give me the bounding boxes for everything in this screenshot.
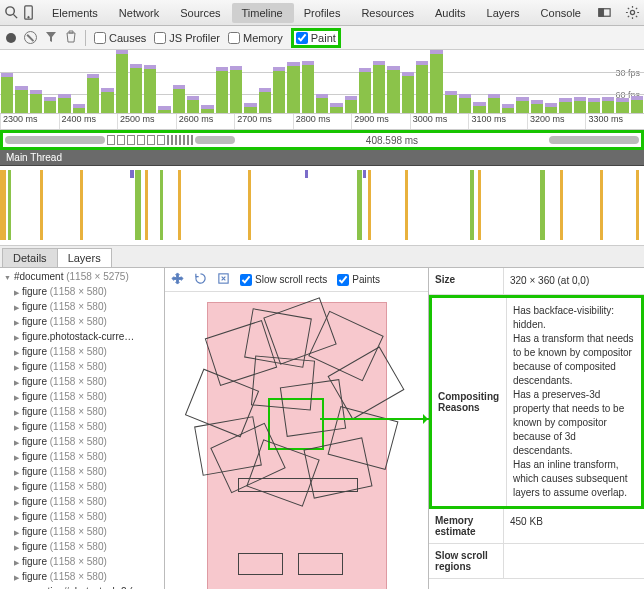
layer-properties: Size320 × 360 (at 0,0) Compositing Reaso… <box>429 268 644 589</box>
annotation-arrow <box>320 418 432 420</box>
svg-rect-5 <box>599 9 604 17</box>
tree-row[interactable]: figure (1158 × 580) <box>0 525 164 540</box>
reset-icon[interactable] <box>217 272 230 287</box>
tree-row[interactable]: figure (1158 × 580) <box>0 435 164 450</box>
tree-row[interactable]: figure (1158 × 580) <box>0 420 164 435</box>
subtab-details[interactable]: Details <box>2 248 58 267</box>
subtab-layers[interactable]: Layers <box>57 248 112 267</box>
layer-outline[interactable] <box>298 553 343 575</box>
tree-row[interactable]: #document (1158 × 5275) <box>0 270 164 285</box>
tree-row[interactable]: figure (1158 × 580) <box>0 405 164 420</box>
tree-row[interactable]: section#photostack-2 (… <box>0 585 164 589</box>
panel-tab-sources[interactable]: Sources <box>170 3 231 23</box>
panel-tabs: ElementsNetworkSourcesTimelineProfilesRe… <box>42 3 592 23</box>
time-ruler[interactable]: 2300 ms2400 ms2500 ms2600 ms2700 ms2800 … <box>0 114 644 130</box>
flame-chart[interactable] <box>0 166 644 246</box>
canvas-toolbar: Slow scroll rects Paints <box>165 268 428 292</box>
paints2-checkbox[interactable]: Paints <box>337 274 380 286</box>
drawer-icon[interactable] <box>594 2 616 24</box>
record-icon[interactable] <box>6 33 16 43</box>
search-icon[interactable] <box>4 2 19 24</box>
tree-row[interactable]: figure (1158 × 580) <box>0 285 164 300</box>
panel-tab-resources[interactable]: Resources <box>351 3 425 23</box>
tree-row[interactable]: figure (1158 × 580) <box>0 495 164 510</box>
prop-row-memory: Memory estimate450 KB <box>429 509 644 544</box>
causes-checkbox[interactable]: Causes <box>94 32 146 44</box>
rotate-icon[interactable] <box>194 272 207 287</box>
fps-chart[interactable]: 30 fps 60 fps <box>0 50 644 114</box>
timeline-option-bar: Causes JS Profiler Memory Paint <box>0 26 644 50</box>
panel-tab-network[interactable]: Network <box>109 3 170 23</box>
trash-icon[interactable] <box>65 30 77 45</box>
tree-row[interactable]: figure (1158 × 580) <box>0 570 164 585</box>
main-thread-header[interactable]: Main Thread <box>0 150 644 166</box>
overview-strip-highlight: 408.598 ms <box>0 130 644 150</box>
tree-row[interactable]: figure (1158 × 580) <box>0 300 164 315</box>
prop-row-slowscroll: Slow scroll regions <box>429 544 644 579</box>
overview-segment[interactable] <box>5 136 105 144</box>
layer-tree[interactable]: #document (1158 × 5275)figure (1158 × 58… <box>0 268 165 589</box>
tree-row[interactable]: figure (1158 × 580) <box>0 540 164 555</box>
separator <box>85 30 86 46</box>
prop-row-size: Size320 × 360 (at 0,0) <box>429 268 644 295</box>
tree-row[interactable]: figure (1158 × 580) <box>0 450 164 465</box>
prop-row-compositing-highlight: Compositing Reasons Has backface-visibil… <box>429 295 644 509</box>
svg-point-6 <box>631 10 635 14</box>
overview-segment[interactable] <box>195 136 235 144</box>
device-icon[interactable] <box>21 2 36 24</box>
layer-canvas[interactable] <box>165 292 428 589</box>
tree-row[interactable]: figure (1158 × 580) <box>0 390 164 405</box>
panel-tab-elements[interactable]: Elements <box>42 3 109 23</box>
tree-row[interactable]: figure.photostack-curre… <box>0 330 164 345</box>
overview-time-label: 408.598 ms <box>237 135 547 146</box>
layer-canvas-panel: Slow scroll rects Paints <box>165 268 429 589</box>
tree-row[interactable]: figure (1158 × 580) <box>0 510 164 525</box>
panel-tab-audits[interactable]: Audits <box>425 3 477 23</box>
overview-frames[interactable] <box>107 135 193 145</box>
filter-icon[interactable] <box>45 31 57 45</box>
clear-icon[interactable] <box>24 31 37 44</box>
tree-row[interactable]: figure (1158 × 580) <box>0 480 164 495</box>
gear-icon[interactable] <box>622 2 644 24</box>
layer-outline[interactable] <box>279 379 345 437</box>
tree-row[interactable]: figure (1158 × 580) <box>0 360 164 375</box>
devtools-main-toolbar: ElementsNetworkSourcesTimelineProfilesRe… <box>0 0 644 26</box>
paint-checkbox[interactable]: Paint <box>296 32 336 44</box>
overview-segment[interactable] <box>549 136 639 144</box>
tree-row[interactable]: figure (1158 × 580) <box>0 465 164 480</box>
pan-icon[interactable] <box>171 272 184 287</box>
jsprofiler-checkbox[interactable]: JS Profiler <box>154 32 220 44</box>
panel-tab-layers[interactable]: Layers <box>477 3 531 23</box>
tree-row[interactable]: figure (1158 × 580) <box>0 315 164 330</box>
overview-selection[interactable] <box>157 135 165 145</box>
svg-line-1 <box>13 14 17 18</box>
panel-tab-profiles[interactable]: Profiles <box>294 3 352 23</box>
svg-point-3 <box>28 16 30 18</box>
slowscroll-checkbox[interactable]: Slow scroll rects <box>240 274 327 286</box>
paint-checkbox-highlight: Paint <box>291 28 341 48</box>
svg-point-0 <box>6 7 14 15</box>
layer-outline[interactable] <box>238 553 283 575</box>
memory-checkbox[interactable]: Memory <box>228 32 283 44</box>
tree-row[interactable]: figure (1158 × 580) <box>0 555 164 570</box>
panel-tab-timeline[interactable]: Timeline <box>232 3 294 23</box>
panel-tab-console[interactable]: Console <box>531 3 592 23</box>
detail-subtabs: DetailsLayers <box>0 246 644 268</box>
tree-row[interactable]: figure (1158 × 580) <box>0 345 164 360</box>
tree-row[interactable]: figure (1158 × 580) <box>0 375 164 390</box>
